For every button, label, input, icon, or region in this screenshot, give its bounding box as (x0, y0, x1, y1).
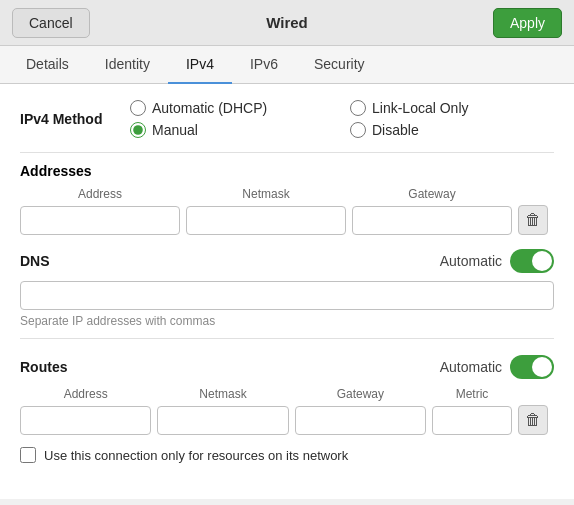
addresses-col-headers: Address Netmask Gateway (20, 187, 554, 201)
dns-toggle-container: Automatic (440, 249, 554, 273)
address-row: 🗑 (20, 205, 554, 235)
routes-col-address: Address (20, 387, 151, 401)
radio-manual-input[interactable] (130, 122, 146, 138)
dns-header-row: DNS Automatic (20, 249, 554, 273)
radio-disable[interactable]: Disable (350, 122, 554, 138)
routes-automatic-label: Automatic (440, 359, 502, 375)
radio-manual[interactable]: Manual (130, 122, 334, 138)
routes-col-gateway: Gateway (295, 387, 426, 401)
radio-link-local-input[interactable] (350, 100, 366, 116)
col-header-gateway: Gateway (352, 187, 512, 201)
tab-ipv4[interactable]: IPv4 (168, 46, 232, 84)
titlebar: Cancel Wired Apply (0, 0, 574, 46)
addresses-title: Addresses (20, 163, 554, 179)
routes-metric-input[interactable] (432, 406, 512, 435)
cancel-button[interactable]: Cancel (12, 8, 90, 38)
dns-automatic-toggle[interactable] (510, 249, 554, 273)
tab-content: IPv4 Method Automatic (DHCP) Link-Local … (0, 84, 574, 499)
addresses-section: Addresses Address Netmask Gateway 🗑 (20, 163, 554, 235)
col-header-netmask: Netmask (186, 187, 346, 201)
radio-automatic-input[interactable] (130, 100, 146, 116)
delete-address-button[interactable]: 🗑 (518, 205, 548, 235)
routes-address-input[interactable] (20, 406, 151, 435)
netmask-input[interactable] (186, 206, 346, 235)
dns-section: DNS Automatic Separate IP addresses with… (20, 249, 554, 328)
routes-section: Routes Automatic Address Netmask Gateway… (20, 355, 554, 435)
radio-link-local[interactable]: Link-Local Only (350, 100, 554, 116)
routes-col-metric: Metric (432, 387, 512, 401)
radio-disable-label: Disable (372, 122, 419, 138)
tab-security[interactable]: Security (296, 46, 383, 84)
apply-button[interactable]: Apply (493, 8, 562, 38)
routes-title: Routes (20, 359, 130, 375)
radio-manual-label: Manual (152, 122, 198, 138)
dns-input[interactable] (20, 281, 554, 310)
divider-1 (20, 152, 554, 153)
dns-automatic-label: Automatic (440, 253, 502, 269)
routes-row: 🗑 (20, 405, 554, 435)
routes-automatic-toggle[interactable] (510, 355, 554, 379)
gateway-input[interactable] (352, 206, 512, 235)
tab-details[interactable]: Details (8, 46, 87, 84)
network-only-label: Use this connection only for resources o… (44, 448, 348, 463)
ipv4-method-row: IPv4 Method Automatic (DHCP) Link-Local … (20, 100, 554, 138)
ipv4-method-label: IPv4 Method (20, 111, 130, 127)
window-title: Wired (266, 14, 308, 31)
routes-gateway-input[interactable] (295, 406, 426, 435)
divider-2 (20, 338, 554, 339)
radio-automatic-label: Automatic (DHCP) (152, 100, 267, 116)
dns-title: DNS (20, 253, 130, 269)
routes-toggle-container: Automatic (440, 355, 554, 379)
routes-col-netmask: Netmask (157, 387, 288, 401)
tab-bar: Details Identity IPv4 IPv6 Security (0, 46, 574, 84)
ipv4-method-options: Automatic (DHCP) Link-Local Only Manual … (130, 100, 554, 138)
dns-hint: Separate IP addresses with commas (20, 314, 554, 328)
trash-icon-routes: 🗑 (525, 411, 541, 429)
radio-automatic[interactable]: Automatic (DHCP) (130, 100, 334, 116)
routes-col-headers: Address Netmask Gateway Metric (20, 387, 554, 401)
delete-route-button[interactable]: 🗑 (518, 405, 548, 435)
routes-netmask-input[interactable] (157, 406, 288, 435)
tab-identity[interactable]: Identity (87, 46, 168, 84)
routes-header-row: Routes Automatic (20, 355, 554, 379)
network-only-row: Use this connection only for resources o… (20, 447, 554, 463)
radio-disable-input[interactable] (350, 122, 366, 138)
tab-ipv6[interactable]: IPv6 (232, 46, 296, 84)
radio-link-local-label: Link-Local Only (372, 100, 469, 116)
network-only-checkbox[interactable] (20, 447, 36, 463)
col-header-address: Address (20, 187, 180, 201)
trash-icon: 🗑 (525, 211, 541, 229)
address-input[interactable] (20, 206, 180, 235)
